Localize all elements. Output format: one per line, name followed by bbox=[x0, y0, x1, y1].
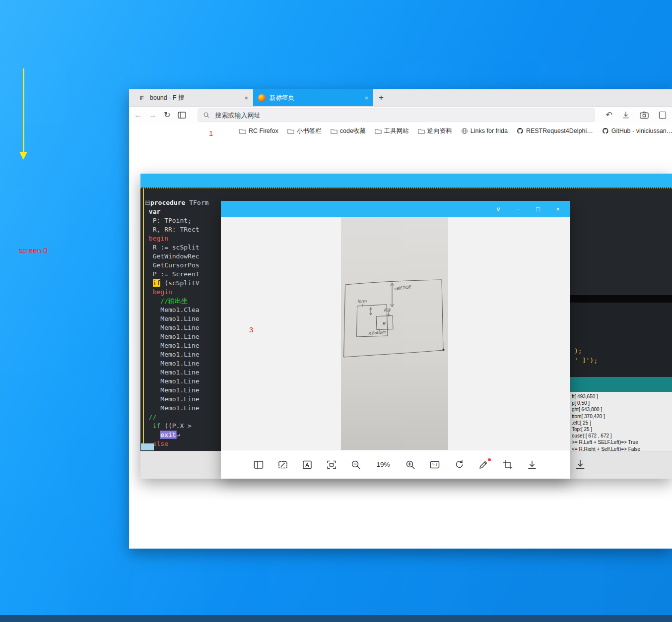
image-viewer-window: ∨ − □ × bbox=[221, 201, 570, 479]
code-fragment: ); bbox=[574, 346, 672, 356]
bookmark-item[interactable]: 小书签栏 bbox=[287, 127, 322, 135]
zoom-level-label: 19% bbox=[375, 461, 392, 468]
code-line[interactable]: Memo1.Line bbox=[145, 368, 208, 377]
fit-screen-icon[interactable] bbox=[326, 459, 337, 470]
tab-new-tab[interactable]: 新标签页 × bbox=[253, 89, 373, 106]
bookmark-item[interactable]: code收藏 bbox=[331, 127, 366, 135]
code-line[interactable]: R, RR: TRect bbox=[145, 225, 208, 234]
bookmark-label: 小书签栏 bbox=[297, 127, 322, 135]
bookmark-label: GitHub - viniciussan… bbox=[611, 127, 672, 134]
zoom-out-icon[interactable] bbox=[350, 459, 361, 470]
horizontal-scrollbar-thumb[interactable] bbox=[141, 443, 154, 450]
bookmark-label: Links for frida bbox=[470, 127, 508, 134]
download-icon[interactable] bbox=[621, 111, 630, 120]
code-line[interactable]: Memo1.Line bbox=[145, 359, 208, 368]
bookmark-label: code收藏 bbox=[340, 127, 366, 135]
code-line[interactable]: exit↵ bbox=[145, 431, 208, 439]
crop-icon[interactable] bbox=[502, 459, 513, 470]
bookmarks-bar: RC Firefox小书签栏code收藏工具网站逆向资料Links for fr… bbox=[129, 124, 672, 138]
back-icon[interactable]: ← bbox=[134, 111, 142, 119]
code-line[interactable]: ⊟procedure TForm bbox=[145, 198, 208, 207]
snip-icon[interactable] bbox=[277, 459, 288, 470]
svg-text:1:1: 1:1 bbox=[432, 463, 438, 467]
new-tab-button[interactable]: + bbox=[373, 89, 389, 106]
code-line[interactable]: Memo1.Line bbox=[145, 395, 208, 404]
code-line[interactable]: if ((P.X > bbox=[145, 422, 208, 431]
code-line[interactable]: P: TPoint; bbox=[145, 216, 208, 225]
github-icon bbox=[602, 127, 609, 134]
minimize-button[interactable]: − bbox=[514, 206, 522, 212]
code-line[interactable]: GetCursorPos bbox=[145, 261, 208, 270]
bookmark-item[interactable]: 工具网站 bbox=[375, 127, 409, 135]
code-line[interactable]: Memo1.Line bbox=[145, 314, 208, 323]
code-fragments[interactable]: );' ]'); bbox=[570, 303, 672, 377]
tab-title: bound - F 搜 bbox=[150, 94, 240, 102]
code-line[interactable]: Memo1.Clea bbox=[145, 306, 208, 314]
search-input[interactable] bbox=[214, 111, 589, 120]
bookmark-item[interactable]: RESTRequest4Delphi… bbox=[517, 127, 593, 134]
ide-title-bar[interactable] bbox=[140, 174, 672, 187]
folder-icon bbox=[331, 128, 337, 134]
maximize-button[interactable]: □ bbox=[534, 206, 542, 212]
bookmark-item[interactable]: GitHub - viniciussan… bbox=[602, 127, 672, 134]
code-line[interactable]: GetWindowRec bbox=[145, 252, 208, 261]
firefox-logo-icon bbox=[258, 94, 266, 102]
code-line[interactable]: else bbox=[145, 439, 208, 448]
tab-close-icon[interactable]: × bbox=[364, 94, 368, 102]
ocr-icon[interactable] bbox=[302, 459, 313, 470]
edit-icon[interactable] bbox=[478, 459, 489, 470]
code-line[interactable]: Memo1.Line bbox=[145, 386, 208, 395]
zoom-in-icon[interactable] bbox=[405, 459, 416, 470]
reload-icon[interactable]: ↻ bbox=[164, 111, 170, 119]
folder-icon bbox=[287, 128, 294, 134]
code-line[interactable]: P := ScreenT bbox=[145, 270, 208, 279]
bookmark-label: 逆向资料 bbox=[427, 127, 452, 135]
output-line: ttom[ 370,420 ] bbox=[572, 413, 672, 420]
code-line[interactable]: Memo1.Line bbox=[145, 350, 208, 359]
sidebar-icon[interactable] bbox=[177, 111, 187, 120]
rotate-icon[interactable] bbox=[454, 459, 465, 470]
output-line: ght[ 643,800 ] bbox=[572, 406, 672, 413]
code-line[interactable]: Memo1.Line bbox=[145, 404, 208, 413]
code-line[interactable]: var bbox=[145, 207, 208, 216]
actual-size-icon[interactable]: 1:1 bbox=[429, 459, 440, 470]
code-line[interactable]: begin bbox=[145, 234, 208, 243]
url-bar[interactable] bbox=[198, 108, 595, 122]
tab-close-icon[interactable]: × bbox=[244, 94, 248, 102]
code-line[interactable]: if (scSplitV bbox=[145, 279, 208, 288]
code-lines[interactable]: ⊟procedure TForm var P: TPoint; R, RR: T… bbox=[145, 198, 208, 448]
output-line: ouse):[ 672 , 672 ] bbox=[572, 433, 672, 439]
search-icon bbox=[203, 112, 210, 119]
layout-icon[interactable] bbox=[253, 459, 264, 470]
viewer-canvas[interactable]: self.TOP. form R顶 R R.Bottom bbox=[221, 217, 570, 450]
folder-icon bbox=[418, 128, 425, 134]
download-icon[interactable] bbox=[574, 458, 586, 470]
toolbar-extensions: ↶ bbox=[606, 111, 667, 120]
download-icon[interactable] bbox=[527, 459, 538, 470]
chevron-down-icon[interactable]: ∨ bbox=[494, 206, 502, 212]
code-line[interactable]: Memo1.Line bbox=[145, 332, 208, 341]
code-line[interactable]: //输出坐 bbox=[145, 297, 208, 306]
bookmark-label: RC Firefox bbox=[249, 127, 278, 134]
code-line[interactable]: Memo1.Line bbox=[145, 323, 208, 332]
windows-taskbar[interactable] bbox=[0, 615, 672, 622]
camera-icon[interactable] bbox=[639, 111, 649, 120]
tab-bound-search[interactable]: F bound - F 搜 × bbox=[133, 89, 253, 106]
code-line[interactable]: begin bbox=[145, 288, 208, 297]
close-button[interactable]: × bbox=[554, 206, 562, 212]
code-line[interactable]: // bbox=[145, 413, 208, 422]
library-icon[interactable] bbox=[658, 111, 667, 120]
undo-icon[interactable]: ↶ bbox=[606, 111, 612, 119]
code-line[interactable]: Memo1.Line bbox=[145, 377, 208, 386]
bookmark-label: 工具网站 bbox=[384, 127, 409, 135]
bookmark-item[interactable]: 逆向资料 bbox=[418, 127, 452, 135]
forward-icon[interactable]: → bbox=[149, 111, 157, 119]
bookmark-item[interactable]: RC Firefox bbox=[239, 127, 278, 134]
viewer-title-bar[interactable]: ∨ − □ × bbox=[221, 201, 570, 217]
photo-sketch: self.TOP. form R顶 R R.Bottom bbox=[341, 217, 448, 450]
tab-bar: F bound - F 搜 × 新标签页 × + bbox=[129, 89, 672, 107]
code-line[interactable]: Memo1.Line bbox=[145, 341, 208, 350]
sketch-label-r: R bbox=[382, 321, 386, 326]
bookmark-item[interactable]: Links for frida bbox=[461, 127, 508, 134]
code-line[interactable]: R := scSplit bbox=[145, 243, 208, 252]
